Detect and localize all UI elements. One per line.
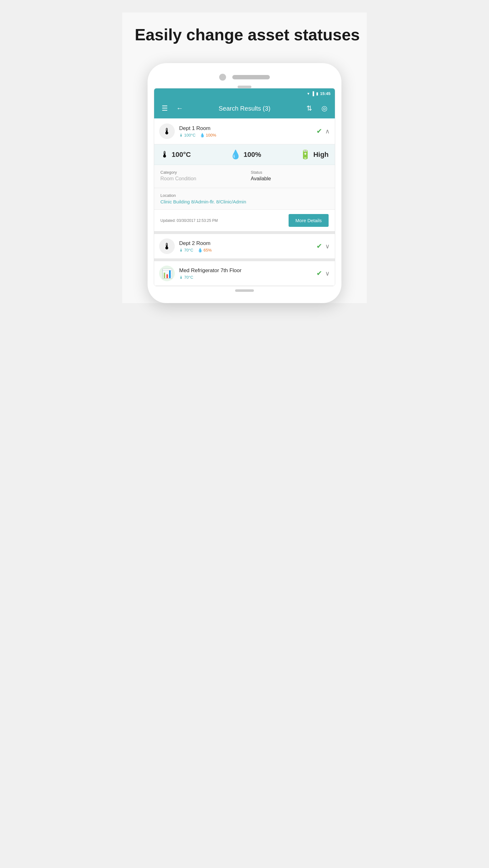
category-value: Room Condition bbox=[161, 176, 238, 182]
check-icon: ✔ bbox=[316, 127, 322, 135]
thermometer-icon: 🌡 bbox=[179, 275, 183, 280]
location-value[interactable]: Clinic Building 8/Admin-flr. 8/Clinic/Ad… bbox=[161, 199, 328, 204]
content-area: 🌡 Dept 1 Room 🌡 100°C 💧 100% bbox=[154, 118, 335, 286]
asset-info: Dept 1 Room 🌡 100°C 💧 100% bbox=[179, 125, 312, 137]
temp-metric: 🌡 70°C bbox=[179, 248, 193, 252]
category-status-row: Category Room Condition Status Available bbox=[161, 170, 328, 182]
asset-info: Dept 2 Room 🌡 70°C 💧 65% bbox=[179, 240, 312, 252]
asset-icon: 🌡 bbox=[159, 123, 175, 139]
phone-camera bbox=[219, 74, 226, 81]
details-section: Category Room Condition Status Available bbox=[154, 165, 335, 188]
thermometer-icon: 🌡 bbox=[179, 248, 183, 252]
humidity-metric: 💧 65% bbox=[198, 248, 212, 252]
more-details-button[interactable]: More Details bbox=[289, 214, 328, 227]
battery-icon: ▮ bbox=[316, 91, 318, 96]
signal-icon: ▐ bbox=[311, 91, 314, 96]
big-battery-icon: 🔋 bbox=[300, 149, 311, 160]
updated-text: Updated: 03/30/2017 12:53:25 PM bbox=[161, 218, 218, 223]
asset-metrics: 🌡 70°C bbox=[179, 275, 312, 280]
asset-icon: 🌡 bbox=[159, 239, 175, 254]
page-wrapper: Easily change asset statuses ▾ ▐ ▮ 15:45… bbox=[122, 12, 367, 303]
expand-chevron-icon[interactable]: ∨ bbox=[325, 270, 330, 277]
location-label: Location bbox=[161, 193, 328, 198]
expanded-panel: 🌡 100°C 💧 100% 🔋 High bbox=[154, 144, 335, 231]
check-icon: ✔ bbox=[316, 269, 322, 277]
wifi-icon: ▾ bbox=[307, 91, 310, 96]
asset-icon: 📊 bbox=[159, 266, 175, 281]
category-label: Category bbox=[161, 170, 238, 175]
status-icons: ▾ ▐ ▮ 15:45 bbox=[307, 91, 330, 96]
battery-metric: 🔋 High bbox=[300, 149, 328, 160]
big-temp-value: 100°C bbox=[172, 151, 191, 159]
asset-name: Dept 2 Room bbox=[179, 240, 312, 247]
drop-icon: 💧 bbox=[200, 133, 205, 137]
item-actions: ✔ ∨ bbox=[316, 242, 330, 250]
phone-nav-bar bbox=[235, 289, 254, 292]
list-item[interactable]: 🌡 Dept 1 Room 🌡 100°C 💧 100% bbox=[154, 118, 335, 144]
humidity-metric: 💧 100% bbox=[200, 133, 216, 137]
section-divider bbox=[154, 231, 335, 234]
menu-icon[interactable]: ☰ bbox=[159, 104, 170, 113]
collapse-chevron-icon[interactable]: ∧ bbox=[325, 127, 330, 135]
footer-section: Updated: 03/30/2017 12:53:25 PM More Det… bbox=[154, 210, 335, 231]
status-bar: ▾ ▐ ▮ 15:45 bbox=[154, 88, 335, 98]
app-bar: ☰ ← Search Results (3) ⇅ ◎ bbox=[154, 98, 335, 118]
status-col: Status Available bbox=[251, 170, 328, 182]
updated-label: Updated: bbox=[161, 218, 176, 223]
section-divider bbox=[154, 259, 335, 261]
asset-name: Med Refrigerator 7th Floor bbox=[179, 268, 312, 274]
status-label: Status bbox=[251, 170, 328, 175]
phone-home-button bbox=[238, 86, 251, 88]
location-section: Location Clinic Building 8/Admin-flr. 8/… bbox=[154, 188, 335, 210]
asset-info: Med Refrigerator 7th Floor 🌡 70°C bbox=[179, 268, 312, 280]
target-icon[interactable]: ◎ bbox=[319, 104, 330, 113]
phone-top-bar bbox=[154, 69, 335, 84]
category-col: Category Room Condition bbox=[161, 170, 238, 182]
big-temp-metric: 🌡 100°C bbox=[161, 149, 230, 160]
updated-date: 03/30/2017 12:53:25 PM bbox=[177, 218, 218, 223]
back-icon[interactable]: ← bbox=[174, 104, 185, 113]
big-humidity-value: 100% bbox=[243, 151, 261, 159]
drop-icon: 💧 bbox=[198, 248, 203, 252]
sort-icon[interactable]: ⇅ bbox=[304, 104, 315, 113]
item-actions: ✔ ∧ bbox=[316, 127, 330, 135]
temp-metric: 🌡 100°C bbox=[179, 133, 195, 137]
page-headline: Easily change asset statuses bbox=[122, 12, 367, 63]
phone-shell: ▾ ▐ ▮ 15:45 ☰ ← Search Results (3) ⇅ ◎ 🌡 bbox=[148, 63, 341, 303]
temp-metric: 🌡 70°C bbox=[179, 275, 193, 280]
battery-level: High bbox=[313, 151, 328, 159]
search-results-title: Search Results (3) bbox=[189, 105, 300, 112]
status-value: Available bbox=[251, 176, 328, 182]
list-item[interactable]: 📊 Med Refrigerator 7th Floor 🌡 70°C ✔ ∨ bbox=[154, 261, 335, 286]
asset-metrics: 🌡 100°C 💧 100% bbox=[179, 133, 312, 137]
big-drop-icon: 💧 bbox=[230, 149, 241, 160]
list-item[interactable]: 🌡 Dept 2 Room 🌡 70°C 💧 65% bbox=[154, 234, 335, 259]
expand-chevron-icon[interactable]: ∨ bbox=[325, 243, 330, 250]
metrics-row: 🌡 100°C 💧 100% 🔋 High bbox=[154, 144, 335, 165]
phone-screen: ▾ ▐ ▮ 15:45 ☰ ← Search Results (3) ⇅ ◎ 🌡 bbox=[154, 88, 335, 286]
asset-name: Dept 1 Room bbox=[179, 125, 312, 131]
item-actions: ✔ ∨ bbox=[316, 269, 330, 277]
phone-speaker bbox=[232, 75, 270, 80]
check-icon: ✔ bbox=[316, 242, 322, 250]
phone-bottom bbox=[154, 286, 335, 297]
big-humidity-metric: 💧 100% bbox=[230, 149, 300, 160]
thermometer-icon: 🌡 bbox=[179, 133, 183, 137]
asset-metrics: 🌡 70°C 💧 65% bbox=[179, 248, 312, 252]
big-thermometer-icon: 🌡 bbox=[161, 149, 169, 160]
status-time: 15:45 bbox=[320, 91, 330, 96]
